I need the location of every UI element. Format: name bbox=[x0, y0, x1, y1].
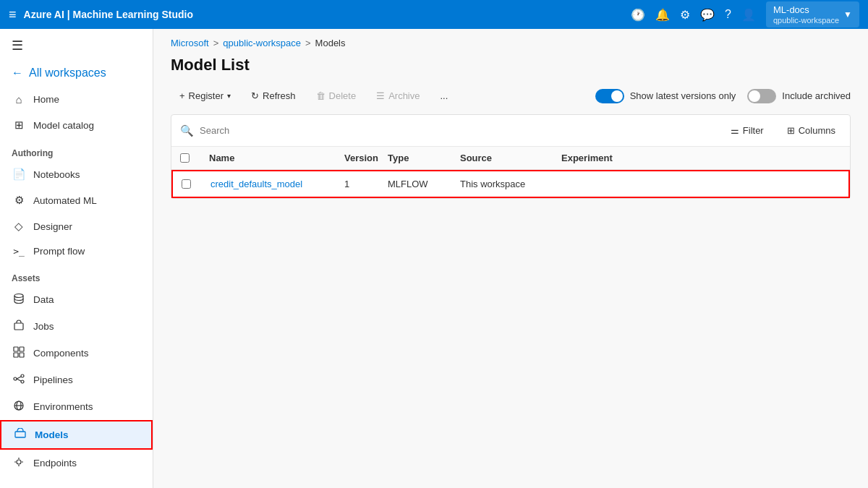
back-arrow-icon: ← bbox=[12, 67, 23, 80]
header-experiment: Experiment bbox=[561, 153, 706, 163]
table-header: Name Version Type Source Experiment bbox=[171, 147, 850, 170]
archive-button[interactable]: ☰ Archive bbox=[367, 86, 428, 106]
breadcrumb-microsoft[interactable]: Microsoft bbox=[171, 38, 209, 48]
search-icon: 🔍 bbox=[180, 124, 194, 137]
breadcrumb-current: Models bbox=[315, 38, 346, 48]
svg-point-0 bbox=[14, 294, 23, 298]
table-row: credit_defaults_model 1 MLFLOW This work… bbox=[171, 170, 850, 198]
all-workspaces-back-button[interactable]: ← All workspaces bbox=[0, 62, 153, 87]
sidebar-item-automated-ml[interactable]: ⚙ Automated ML bbox=[0, 187, 153, 213]
sidebar-item-jobs[interactable]: Jobs bbox=[0, 313, 153, 340]
home-icon: ⌂ bbox=[12, 93, 26, 106]
svg-line-10 bbox=[17, 379, 21, 381]
delete-button[interactable]: 🗑 Delete bbox=[307, 86, 365, 106]
row-checkbox[interactable] bbox=[182, 179, 191, 189]
user-avatar-icon[interactable]: 👤 bbox=[741, 8, 756, 22]
feedback-icon[interactable]: 💬 bbox=[700, 8, 715, 22]
sidebar-item-model-catalog-label: Model catalog bbox=[33, 120, 94, 131]
sidebar-item-notebooks[interactable]: 📄 Notebooks bbox=[0, 161, 153, 187]
model-name-link[interactable]: credit_defaults_model bbox=[210, 179, 302, 189]
refresh-button[interactable]: ↻ Refresh bbox=[242, 86, 305, 106]
sidebar: ☰ ← All workspaces ⌂ Home ⊞ Model catalo… bbox=[0, 29, 153, 488]
gear-icon[interactable]: ⚙ bbox=[680, 8, 690, 22]
refresh-icon: ↻ bbox=[251, 90, 259, 101]
user-workspace: qpublic-workspace bbox=[773, 16, 839, 25]
user-workspace-button[interactable]: ML-docs qpublic-workspace ▼ bbox=[766, 1, 859, 27]
sidebar-item-models-label: Models bbox=[35, 429, 69, 440]
sidebar-item-endpoints-label: Endpoints bbox=[33, 458, 77, 468]
archive-icon: ☰ bbox=[376, 90, 385, 101]
pipelines-icon bbox=[12, 373, 26, 387]
sidebar-item-data[interactable]: Data bbox=[0, 286, 153, 313]
sidebar-item-designer[interactable]: ◇ Designer bbox=[0, 213, 153, 239]
svg-rect-5 bbox=[20, 353, 24, 357]
model-type: MLFLOW bbox=[388, 179, 428, 189]
top-navigation: ≡ Azure AI | Machine Learning Studio 🕐 🔔… bbox=[0, 0, 868, 29]
columns-button[interactable]: ⊞ Columns bbox=[781, 122, 841, 139]
header-version: Version bbox=[344, 153, 388, 163]
row-checkbox-col bbox=[182, 179, 210, 189]
select-all-checkbox[interactable] bbox=[180, 153, 190, 163]
bell-icon[interactable]: 🔔 bbox=[655, 8, 670, 22]
svg-point-15 bbox=[17, 460, 21, 464]
search-right-controls: ⚌ Filter ⊞ Columns bbox=[725, 122, 841, 139]
breadcrumb-sep-1: > bbox=[213, 38, 219, 48]
sidebar-item-model-catalog[interactable]: ⊞ Model catalog bbox=[0, 112, 153, 138]
delete-icon: 🗑 bbox=[316, 90, 326, 101]
authoring-section-label: Authoring bbox=[0, 138, 153, 161]
svg-rect-2 bbox=[14, 347, 18, 351]
main-content: Microsoft > qpublic-workspace > Models M… bbox=[153, 29, 868, 488]
sidebar-item-data-label: Data bbox=[33, 294, 54, 305]
sidebar-item-home[interactable]: ⌂ Home bbox=[0, 87, 153, 112]
app-title: Azure AI | Machine Learning Studio bbox=[24, 9, 193, 20]
sidebar-item-prompt-flow[interactable]: >_ Prompt flow bbox=[0, 239, 153, 263]
register-button[interactable]: + Register ▾ bbox=[171, 86, 239, 106]
filter-label: Filter bbox=[743, 125, 764, 136]
grid-icon: ⊞ bbox=[12, 119, 26, 132]
sidebar-item-environments[interactable]: Environments bbox=[0, 393, 153, 420]
sidebar-item-designer-label: Designer bbox=[33, 221, 72, 232]
header-type: Type bbox=[388, 153, 460, 163]
sidebar-item-environments-label: Environments bbox=[33, 401, 93, 412]
automated-ml-icon: ⚙ bbox=[12, 194, 26, 207]
breadcrumb: Microsoft > qpublic-workspace > Models bbox=[153, 29, 868, 51]
clock-icon[interactable]: 🕐 bbox=[631, 8, 645, 22]
page-title: Model List bbox=[153, 51, 868, 86]
show-latest-toggle[interactable] bbox=[595, 89, 624, 103]
header-checkbox-col bbox=[180, 153, 209, 163]
row-source-col: This workspace bbox=[460, 179, 561, 189]
sidebar-item-components-label: Components bbox=[33, 348, 89, 359]
model-list-area: 🔍 ⚌ Filter ⊞ Columns bbox=[171, 114, 851, 199]
sidebar-item-jobs-label: Jobs bbox=[33, 321, 54, 332]
sidebar-item-endpoints[interactable]: Endpoints bbox=[0, 450, 153, 476]
filter-icon: ⚌ bbox=[731, 125, 739, 136]
hamburger-menu-button[interactable]: ☰ bbox=[0, 29, 153, 62]
sidebar-item-models[interactable]: Models bbox=[0, 420, 153, 450]
model-source: This workspace bbox=[460, 179, 525, 189]
svg-rect-14 bbox=[15, 432, 25, 437]
svg-line-9 bbox=[17, 377, 21, 379]
search-input[interactable] bbox=[200, 125, 344, 136]
chevron-down-icon: ▼ bbox=[843, 9, 852, 20]
environments-icon bbox=[12, 400, 26, 414]
data-icon bbox=[12, 293, 26, 307]
include-archived-toggle-group: Include archived bbox=[747, 89, 851, 103]
columns-icon: ⊞ bbox=[787, 125, 795, 136]
notebooks-icon: 📄 bbox=[12, 168, 26, 181]
help-icon[interactable]: ? bbox=[725, 8, 731, 21]
svg-point-8 bbox=[21, 380, 24, 383]
toolbar: + Register ▾ ↻ Refresh 🗑 Delete ☰ Archiv… bbox=[153, 86, 868, 114]
sidebar-item-components[interactable]: Components bbox=[0, 340, 153, 367]
filter-button[interactable]: ⚌ Filter bbox=[725, 122, 770, 139]
header-name: Name bbox=[209, 153, 344, 163]
more-button[interactable]: ... bbox=[431, 86, 456, 106]
svg-point-6 bbox=[14, 377, 17, 380]
sidebar-item-pipelines[interactable]: Pipelines bbox=[0, 367, 153, 393]
row-name-col: credit_defaults_model bbox=[210, 179, 344, 189]
more-label: ... bbox=[440, 90, 448, 101]
include-archived-toggle[interactable] bbox=[747, 89, 776, 103]
top-nav-right: 🕐 🔔 ⚙ 💬 ? 👤 ML-docs qpublic-workspace ▼ bbox=[631, 1, 859, 27]
breadcrumb-workspace[interactable]: qpublic-workspace bbox=[223, 38, 301, 48]
sidebar-item-automated-ml-label: Automated ML bbox=[33, 195, 97, 206]
designer-icon: ◇ bbox=[12, 220, 26, 233]
